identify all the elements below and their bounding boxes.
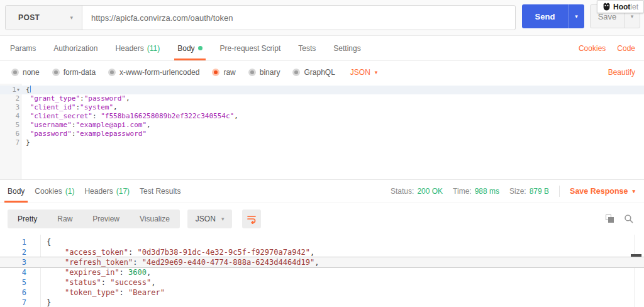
code-token: "refresh_token" [65,258,133,267]
request-tab-headers-count: (11) [147,44,160,53]
response-tab-cookies-count: (1) [65,187,75,196]
body-mode-raw[interactable]: raw [212,68,235,77]
line-number: 7 [0,298,35,307]
response-status: Status:200 OK [391,187,443,196]
body-mode-graphql[interactable]: GraphQL [292,68,335,77]
response-view-switch: PrettyRawPreviewVisualize [8,209,180,228]
response-view-preview[interactable]: Preview [82,209,130,228]
send-button[interactable]: Send [522,4,568,28]
line-number: 3 [0,257,35,267]
response-body-line-5: 5 "status": "success", [0,277,644,287]
raw-format-dropdown[interactable]: JSON ▾ [350,68,378,77]
body-mode-x-www-form-urlencoded-label: x-www-form-urlencoded [119,68,199,77]
body-mode-row: noneform-datax-www-form-urlencodedrawbin… [0,61,644,84]
radio-icon [108,69,116,76]
response-format-dropdown[interactable]: JSON ▾ [187,209,233,228]
send-split-button: Send ▾ [522,4,584,28]
request-body-line-5: 5 "username":"example@api.com", [0,121,644,130]
code-token: "client_secret" [30,112,92,120]
body-mode-x-www-form-urlencoded[interactable]: x-www-form-urlencoded [108,68,199,77]
cookies-link[interactable]: Cookies [579,44,606,53]
request-tab-params[interactable]: Params [10,36,36,60]
code-token: , [234,112,238,120]
response-view-raw[interactable]: Raw [47,209,82,228]
fold-caret-icon[interactable]: ▾ [17,86,19,94]
response-body-line-3: 3 "refresh_token": "4ed29e69-e440-4774-8… [0,257,644,268]
response-view-visualize[interactable]: Visualize [130,209,180,228]
url-input[interactable]: https://apicfa.convirza.com/oauth/token [82,6,515,30]
beautify-label: Beautify [608,68,635,77]
copy-icon-front [608,217,614,223]
request-tab-params-label: Params [10,44,36,53]
request-tab-tests-label: Tests [298,44,316,53]
save-response-button[interactable]: Save Response ▾ [570,187,635,196]
code-token: : [133,258,142,267]
line-number: 5 [0,277,35,287]
copy-icon[interactable] [606,215,614,223]
line-number-text: 7 [22,298,26,307]
request-tab-tests[interactable]: Tests [298,36,316,60]
line-number-text: 2 [15,94,19,103]
request-tab-authorization[interactable]: Authorization [53,36,97,60]
response-size: Size:879 B [509,187,549,196]
hootlet-badge[interactable]: Hoot let [597,0,644,13]
hootlet-label-rest: let [630,3,638,11]
code-token: "grant_type" [30,94,80,103]
method-select[interactable]: POST ▾ [6,6,82,30]
line-number: 1 [0,237,35,247]
request-body-line-4: 4 "client_secret": "f558ba166258089b2ef3… [0,112,644,121]
body-mode-form-data-label: form-data [64,68,96,77]
method-label: POST [18,13,40,22]
code-token: "username" [30,121,72,129]
chevron-down-icon: ▾ [631,14,634,20]
response-tab-headers[interactable]: Headers(17) [84,180,130,203]
spacer [379,36,561,60]
code-token: "expires_in" [65,268,119,277]
line-number: 3 [0,103,21,112]
code-token: "token_type" [65,288,119,297]
response-body-viewer[interactable]: 1{2 "access_token": "0d3d7b38-91dc-4e32-… [0,235,644,307]
search-icon[interactable] [624,214,634,224]
body-mode-none[interactable]: none [11,68,40,77]
code-token: , [113,103,118,111]
response-tab-headers-count: (17) [116,187,130,196]
request-tab-headers[interactable]: Headers(11) [115,36,160,60]
response-icon-buttons [606,214,634,224]
body-mode-form-data[interactable]: form-data [52,68,96,77]
code-text: "username":"example@api.com", [21,121,151,130]
request-tab-body[interactable]: Body [177,36,202,60]
code-token [26,121,30,129]
code-token: , [310,248,314,257]
response-view-pretty[interactable]: Pretty [8,209,47,228]
code-token: } [47,298,51,307]
send-options-button[interactable]: ▾ [568,4,584,28]
response-tab-headers-label: Headers [84,187,113,196]
request-tab-settings[interactable]: Settings [333,36,360,60]
response-toolbar: PrettyRawPreviewVisualize JSON ▾ [0,203,644,235]
code-text: "client_secret": "f558ba166258089b2ef322… [21,112,238,121]
body-mode-binary[interactable]: binary [248,68,280,77]
hootlet-label-bold: Hoot [613,3,630,11]
response-tab-test-results-label: Test Results [140,187,180,196]
line-number-text: 1 [12,86,16,94]
response-header: BodyCookies(1)Headers(17)Test Results St… [0,179,644,203]
line-number-text: 3 [15,103,19,112]
body-mode-binary-label: binary [260,68,280,77]
code-token: : [92,112,101,120]
line-number-text: 4 [15,112,19,121]
wrap-lines-button[interactable] [242,209,261,228]
beautify-button[interactable]: Beautify [608,68,635,77]
code-token: , [151,278,155,287]
code-token [47,278,65,287]
chevron-down-icon: ▾ [221,216,225,222]
code-link[interactable]: Code [617,44,635,53]
response-tab-test-results[interactable]: Test Results [140,180,180,203]
request-tab-pre-request-script[interactable]: Pre-request Script [220,36,281,60]
line-number: 2 [0,94,21,103]
response-tab-body[interactable]: Body [8,180,25,203]
request-body-editor[interactable]: 1▾{2 "grant_type":"password",3 "client_i… [0,84,644,179]
line-number: 6 [0,130,21,138]
response-tab-cookies[interactable]: Cookies(1) [35,180,74,203]
code-token: , [314,258,319,267]
code-text: { [21,86,31,94]
